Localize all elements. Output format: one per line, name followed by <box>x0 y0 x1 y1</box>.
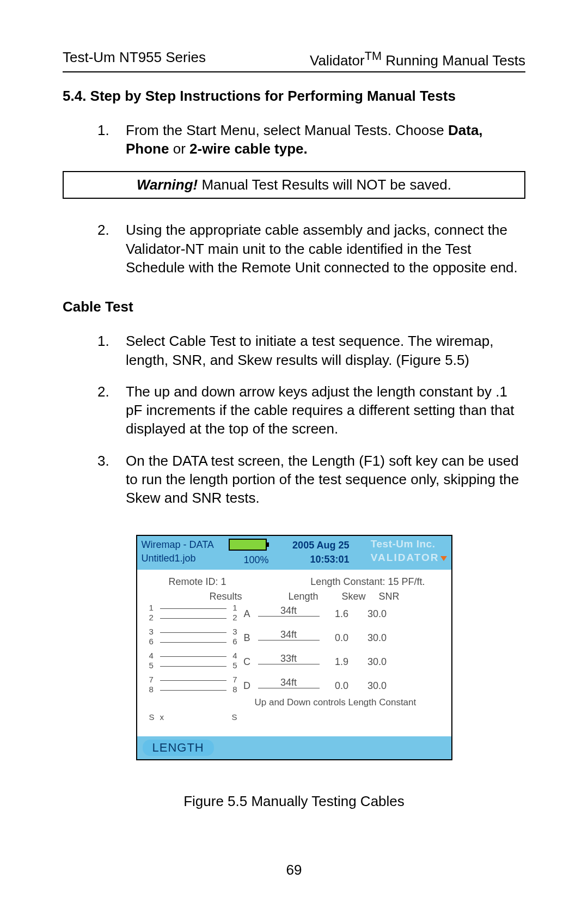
pair-label: B <box>240 632 255 644</box>
job-filename: Untitled1.job <box>142 552 214 565</box>
remote-id-label: Remote ID: 1 <box>169 576 226 588</box>
screen-title: Wiremap - DATA <box>142 538 214 552</box>
length-underline-icon <box>258 688 320 688</box>
pin-right: 8 <box>232 685 237 694</box>
trademark-symbol: TM <box>365 49 382 63</box>
wire-line <box>160 608 226 609</box>
pin-right: 4 <box>232 651 237 660</box>
pairs-container: 1212A34ft1.630.03636B34ft0.030.04545C33f… <box>147 602 442 698</box>
ordered-list-cable: 1. Select Cable Test to initiate a test … <box>97 332 525 508</box>
pin-left: 8 <box>149 685 154 694</box>
info-row: Remote ID: 1 Length Constant: 15 PF/ft. <box>147 576 442 591</box>
snr-value: 30.0 <box>361 632 394 644</box>
snr-value: 30.0 <box>361 656 394 668</box>
figure-caption: Figure 5.5 Manually Testing Cables <box>136 793 452 810</box>
list-body: The up and down arrow keys adjust the le… <box>126 382 525 438</box>
list-number: 1. <box>97 332 126 369</box>
subsection-heading: Cable Test <box>63 298 525 315</box>
wire-line <box>160 680 226 681</box>
snr-value: 30.0 <box>361 608 394 620</box>
running-header: Test-Um NT955 Series ValidatorTM Running… <box>63 49 525 72</box>
list-item: 2. Using the appropriate cable assembly … <box>97 221 525 277</box>
time-label: 10:53:01 <box>284 552 350 566</box>
device-body: Remote ID: 1 Length Constant: 15 PF/ft. … <box>137 570 451 736</box>
figure: Wiremap - DATA Untitled1.job 100% 2005 A… <box>136 535 452 810</box>
length-underline-icon <box>258 616 320 617</box>
pin-left: 4 <box>149 651 154 660</box>
pair-label: D <box>240 680 255 692</box>
wiremap-pair: 4545 <box>147 652 240 673</box>
device-titlebar: Wiremap - DATA Untitled1.job 100% 2005 A… <box>137 536 451 570</box>
wire-line <box>160 666 226 667</box>
wiremap-shield: S x S <box>147 712 240 723</box>
skew-value: 1.6 <box>323 608 361 620</box>
pin-right: 1 <box>232 603 237 612</box>
length-cell: 34ft <box>255 608 323 620</box>
pin-right: 7 <box>232 675 237 684</box>
device-screenshot: Wiremap - DATA Untitled1.job 100% 2005 A… <box>136 535 452 760</box>
wire-line <box>160 642 226 643</box>
wire-line <box>160 690 226 691</box>
shield-left: S <box>149 712 155 722</box>
header-results: Results <box>180 591 272 602</box>
pair-row: 4545C33ft1.930.0 <box>147 650 442 674</box>
softkey-length[interactable]: LENGTH <box>143 740 214 756</box>
pair-label: A <box>240 608 255 620</box>
text-run: From the Start Menu, select Manual Tests… <box>126 122 448 138</box>
list-item: 1. Select Cable Test to initiate a test … <box>97 332 525 369</box>
wiremap-pair: 7878 <box>147 676 240 697</box>
snr-value: 30.0 <box>361 680 394 692</box>
shield-row: S x S <box>147 712 442 727</box>
length-value: 34ft <box>280 605 297 616</box>
pair-label: C <box>240 656 255 668</box>
list-body: From the Start Menu, select Manual Tests… <box>126 121 525 158</box>
shield-x: x <box>160 712 164 722</box>
device-title-block: Wiremap - DATA Untitled1.job <box>137 536 218 570</box>
length-cell: 33ft <box>255 656 323 668</box>
list-body: On the DATA test screen, the Length (F1)… <box>126 452 525 508</box>
pin-right: 5 <box>232 661 237 670</box>
text-run: or <box>169 141 189 157</box>
header-right-product: Validator <box>310 52 365 69</box>
pin-left: 7 <box>149 675 154 684</box>
dropdown-triangle-icon <box>440 556 447 561</box>
shield-right: S <box>231 712 237 722</box>
pin-left: 5 <box>149 661 154 670</box>
length-cell: 34ft <box>255 680 323 692</box>
wire-line <box>160 632 226 633</box>
header-right: ValidatorTM Running Manual Tests <box>310 49 525 69</box>
header-left: Test-Um NT955 Series <box>63 49 206 69</box>
wire-line <box>160 618 226 619</box>
warning-box: Warning! Manual Test Results will NOT be… <box>63 171 525 199</box>
length-constant-label: Length Constant: 15 PF/ft. <box>310 576 425 588</box>
length-underline-icon <box>258 664 320 664</box>
wiremap-pair: 1212 <box>147 604 240 625</box>
column-headers: Results Length Skew SNR <box>147 591 442 602</box>
header-snr: SNR <box>373 591 406 602</box>
list-number: 2. <box>97 382 126 438</box>
pair-row: 7878D34ft0.030.0 <box>147 674 442 698</box>
pin-left: 2 <box>149 613 154 622</box>
ordered-list-main: 1. From the Start Menu, select Manual Te… <box>97 121 525 158</box>
brand-block: Test-Um Inc. VALIDATOR <box>371 537 447 565</box>
list-number: 3. <box>97 452 126 508</box>
skew-value: 1.9 <box>323 656 361 668</box>
list-body: Using the appropriate cable assembly and… <box>126 221 525 277</box>
length-value: 34ft <box>280 629 297 640</box>
ordered-list-main-cont: 2. Using the appropriate cable assembly … <box>97 221 525 277</box>
list-body: Select Cable Test to initiate a test seq… <box>126 332 525 369</box>
length-value: 33ft <box>280 653 297 664</box>
page: Test-Um NT955 Series ValidatorTM Running… <box>0 0 588 909</box>
warning-label: Warning! <box>137 176 198 193</box>
skew-value: 0.0 <box>323 680 361 692</box>
brand-product: VALIDATOR <box>371 552 439 563</box>
datetime-block: 2005 Aug 25 10:53:01 <box>284 538 350 566</box>
skew-value: 0.0 <box>323 632 361 644</box>
pin-left: 6 <box>149 637 154 646</box>
date-label: 2005 Aug 25 <box>284 538 350 552</box>
pin-left: 3 <box>149 627 154 636</box>
brand-company: Test-Um Inc. <box>371 537 447 551</box>
header-right-section: Running Manual Tests <box>382 52 525 69</box>
list-item: 2. The up and down arrow keys adjust the… <box>97 382 525 438</box>
hint-text: Up and Down controls Length Constant <box>147 697 442 708</box>
